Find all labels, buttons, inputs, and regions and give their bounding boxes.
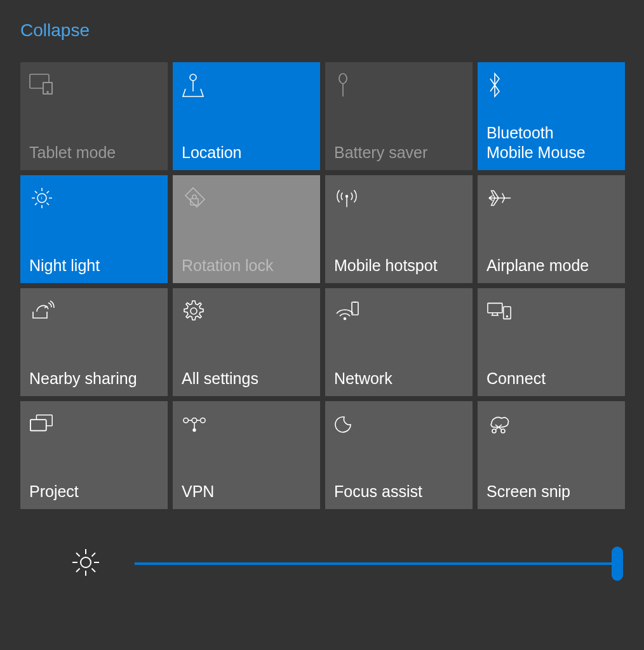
tile-label: Network <box>334 369 464 388</box>
tile-night-light[interactable]: Night light <box>20 175 168 283</box>
tile-all-settings[interactable]: All settings <box>173 288 320 396</box>
network-icon <box>334 298 359 324</box>
svg-point-19 <box>193 429 196 432</box>
tile-label: Night light <box>29 256 159 275</box>
svg-point-22 <box>81 557 91 567</box>
tile-tablet-mode[interactable]: Tablet mode <box>20 62 168 170</box>
tile-label: Mobile hotspot <box>334 256 464 275</box>
vpn-icon <box>182 411 207 437</box>
svg-point-7 <box>191 308 197 314</box>
airplane-icon <box>486 185 512 211</box>
collapse-link[interactable]: Collapse <box>0 0 90 41</box>
svg-point-17 <box>192 418 197 423</box>
focus-assist-icon <box>334 411 359 437</box>
brightness-icon <box>70 547 102 581</box>
tile-label: Project <box>29 482 159 501</box>
svg-point-12 <box>506 316 507 317</box>
svg-point-8 <box>344 318 346 320</box>
project-icon <box>29 411 55 437</box>
tile-label: Bluetooth Mobile Mouse <box>486 123 616 163</box>
tile-location[interactable]: Location <box>173 62 320 170</box>
tile-screen-snip[interactable]: Screen snip <box>478 401 625 509</box>
brightness-control <box>0 509 644 583</box>
tile-label: Location <box>182 143 311 162</box>
tile-vpn[interactable]: VPN <box>173 401 320 509</box>
brightness-slider[interactable] <box>135 545 617 583</box>
settings-gear-icon <box>182 298 207 324</box>
night-light-icon <box>29 185 55 211</box>
tile-label: Connect <box>486 369 616 388</box>
tile-focus-assist[interactable]: Focus assist <box>325 401 473 509</box>
tile-nearby-sharing[interactable]: Nearby sharing <box>20 288 168 396</box>
svg-point-18 <box>201 418 206 423</box>
tile-battery-saver[interactable]: Battery saver <box>325 62 473 170</box>
tile-project[interactable]: Project <box>20 401 168 509</box>
tile-bluetooth[interactable]: Bluetooth Mobile Mouse <box>478 62 625 170</box>
tablet-mode-icon <box>29 72 55 98</box>
nearby-sharing-icon <box>29 298 55 324</box>
tile-label: Focus assist <box>334 482 464 501</box>
svg-point-16 <box>184 418 189 423</box>
slider-thumb[interactable] <box>612 547 623 581</box>
svg-point-3 <box>190 74 196 81</box>
tile-label: Screen snip <box>486 482 616 501</box>
rotation-lock-icon <box>182 185 207 211</box>
battery-saver-icon <box>334 72 359 98</box>
tile-mobile-hotspot[interactable]: Mobile hotspot <box>325 175 473 283</box>
svg-rect-14 <box>30 420 46 430</box>
tile-label: Airplane mode <box>486 256 616 275</box>
svg-point-2 <box>47 91 48 93</box>
mobile-hotspot-icon <box>334 185 359 211</box>
bluetooth-icon <box>486 72 512 98</box>
connect-icon <box>486 298 512 324</box>
tile-airplane-mode[interactable]: Airplane mode <box>478 175 625 283</box>
screen-snip-icon <box>486 411 512 437</box>
location-icon <box>182 72 207 98</box>
tile-label: VPN <box>182 482 311 501</box>
tile-label: Rotation lock <box>182 256 311 275</box>
tile-label: Battery saver <box>334 143 464 162</box>
tile-network[interactable]: Network <box>325 288 473 396</box>
tile-label: Nearby sharing <box>29 369 159 388</box>
svg-point-6 <box>346 196 348 197</box>
tile-label: All settings <box>182 369 311 388</box>
slider-track <box>135 562 617 565</box>
svg-rect-10 <box>488 303 502 313</box>
tile-connect[interactable]: Connect <box>478 288 625 396</box>
tile-rotation-lock[interactable]: Rotation lock <box>173 175 320 283</box>
quick-actions-grid: Tablet mode Location Battery saver <box>0 41 644 509</box>
tile-label: Tablet mode <box>29 143 159 162</box>
